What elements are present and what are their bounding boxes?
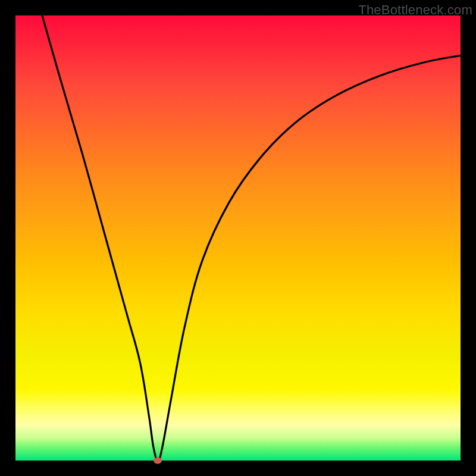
minimum-marker-dot — [154, 458, 162, 464]
bottleneck-curve — [15, 15, 461, 461]
plot-area — [15, 15, 461, 461]
watermark-text: TheBottleneck.com — [358, 2, 472, 18]
chart-container: TheBottleneck.com — [0, 0, 476, 476]
